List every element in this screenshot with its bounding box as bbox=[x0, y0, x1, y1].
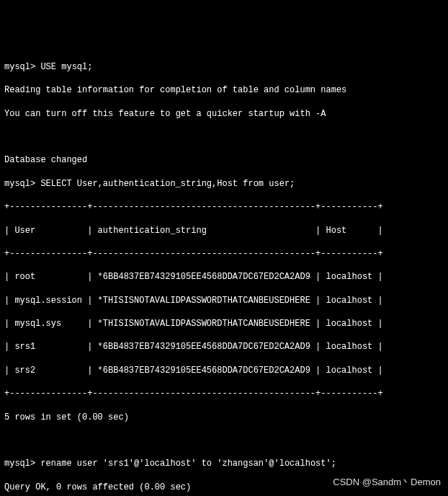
table-row: | mysql.session | *THISISNOTAVALIDPASSWO… bbox=[4, 295, 444, 306]
table-row: | srs2 | *6BB4837EB74329105EE4568DDA7DC6… bbox=[4, 365, 444, 376]
info-line: You can turn off this feature to get a q… bbox=[4, 108, 444, 120]
table-row: | mysql.sys | *THISISNOTAVALIDPASSWORDTH… bbox=[4, 318, 444, 329]
terminal-output: mysql> USE mysql; Reading table informat… bbox=[4, 50, 444, 496]
table-border: +---------------+-----------------------… bbox=[4, 201, 444, 213]
table-border: +---------------+-----------------------… bbox=[4, 248, 444, 260]
rowcount: 5 rows in set (0.00 sec) bbox=[4, 412, 444, 423]
cmd-line: mysql> SELECT User,authentication_string… bbox=[4, 178, 444, 190]
table-border: +---------------+-----------------------… bbox=[4, 388, 444, 399]
table-row: | srs1 | *6BB4837EB74329105EE4568DDA7DC6… bbox=[4, 341, 444, 353]
use-command: USE mysql; bbox=[40, 62, 92, 72]
table-row: | root | *6BB4837EB74329105EE4568DDA7DC6… bbox=[4, 271, 444, 283]
select-command: SELECT User,authentication_string,Host f… bbox=[40, 179, 295, 189]
cmd-line: mysql> USE mysql; bbox=[4, 61, 444, 73]
blank-line bbox=[4, 435, 444, 446]
blank-line bbox=[4, 131, 444, 143]
watermark: CSDN @Sandm丶Demon bbox=[333, 476, 441, 489]
info-line: Database changed bbox=[4, 154, 444, 166]
mysql-prompt: mysql> bbox=[4, 459, 40, 469]
info-line: Reading table information for completion… bbox=[4, 84, 444, 96]
table-header: | User | authentication_string | Host | bbox=[4, 225, 444, 236]
rename-command: rename user 'srs1'@'localhost' to 'zhang… bbox=[40, 459, 336, 469]
cmd-line: mysql> rename user 'srs1'@'localhost' to… bbox=[4, 458, 444, 469]
mysql-prompt: mysql> bbox=[4, 179, 40, 189]
mysql-prompt: mysql> bbox=[4, 62, 40, 72]
